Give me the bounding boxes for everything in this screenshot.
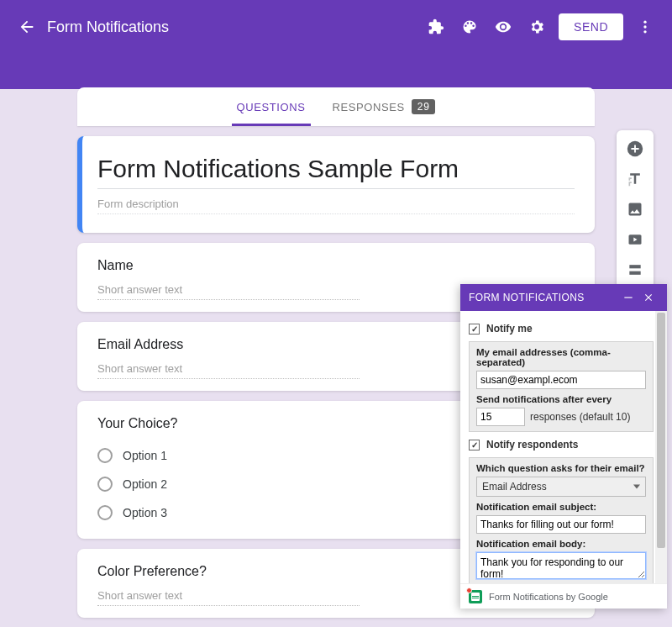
after-count-input[interactable] — [476, 408, 525, 426]
add-title-icon[interactable] — [620, 166, 650, 192]
svg-point-2 — [643, 30, 646, 33]
subheader — [0, 54, 672, 89]
notification-dot-icon — [466, 587, 472, 593]
minimize-icon[interactable] — [618, 287, 638, 308]
addon-panel: FORM NOTIFICATIONS ✓ Notify me My email … — [460, 284, 667, 609]
radio-icon — [97, 448, 113, 463]
palette-icon[interactable] — [453, 10, 486, 44]
add-video-icon[interactable] — [620, 226, 650, 253]
addon-footer-label: Form Notifications by Google — [489, 592, 608, 602]
tab-questions-label: QUESTIONS — [237, 101, 306, 113]
which-question-label: Which question asks for their email? — [476, 463, 646, 473]
svg-rect-6 — [629, 271, 640, 275]
add-section-icon[interactable] — [620, 256, 650, 283]
checkbox-checked-icon: ✓ — [469, 440, 480, 450]
after-suffix: responses (default 10) — [530, 411, 630, 423]
body-label: Notification email body: — [476, 539, 646, 549]
more-icon[interactable] — [628, 10, 662, 44]
subject-label: Notification email subject: — [476, 502, 646, 512]
emails-input[interactable] — [476, 371, 646, 389]
after-label: Send notifications after every — [476, 394, 646, 404]
radio-option-label: Option 1 — [123, 449, 167, 462]
addon-body: ✓ Notify me My email addresses (comma-se… — [460, 311, 667, 583]
radio-option-label: Option 3 — [123, 506, 167, 519]
addons-icon[interactable] — [419, 10, 453, 44]
scrollbar[interactable] — [655, 311, 667, 583]
body-textarea[interactable] — [476, 552, 646, 579]
sheets-badge — [469, 590, 482, 603]
preview-icon[interactable] — [486, 10, 520, 44]
svg-rect-5 — [629, 265, 640, 268]
question-toolbar — [617, 130, 654, 288]
notify-respondents-checkbox[interactable]: ✓ Notify respondents — [469, 435, 654, 454]
appbar: Form Notifications SEND — [0, 0, 672, 54]
short-answer-placeholder: Short answer text — [97, 362, 360, 379]
short-answer-placeholder: Short answer text — [97, 589, 360, 606]
add-image-icon[interactable] — [620, 196, 650, 223]
svg-point-0 — [643, 21, 646, 24]
settings-icon[interactable] — [520, 10, 554, 44]
which-question-select[interactable]: Email Address — [476, 477, 646, 497]
scrollbar-thumb[interactable] — [657, 313, 665, 548]
tab-responses[interactable]: RESPONSES 29 — [333, 87, 436, 126]
radio-icon — [97, 505, 113, 520]
notify-me-group: My email addresses (comma-separated) Sen… — [469, 341, 654, 432]
form-title-card[interactable]: Form Notifications Sample Form Form desc… — [77, 136, 595, 233]
tab-responses-label: RESPONSES — [333, 101, 405, 113]
send-button[interactable]: SEND — [559, 13, 623, 40]
addon-title: FORM NOTIFICATIONS — [469, 292, 585, 303]
responses-count-badge: 29 — [412, 99, 436, 114]
radio-option-label: Option 2 — [123, 477, 167, 491]
radio-icon — [97, 477, 113, 492]
which-question-value: Email Address — [482, 481, 547, 493]
notify-me-checkbox[interactable]: ✓ Notify me — [469, 319, 654, 338]
short-answer-placeholder: Short answer text — [97, 283, 360, 300]
app-title: Form Notifications — [47, 18, 169, 36]
form-title[interactable]: Form Notifications Sample Form — [97, 155, 575, 189]
tabs-bar: QUESTIONS RESPONSES 29 — [77, 87, 595, 126]
addon-footer: Form Notifications by Google — [460, 583, 667, 609]
question-title[interactable]: Name — [97, 258, 575, 273]
notify-respondents-label: Notify respondents — [486, 439, 578, 450]
close-icon[interactable] — [638, 287, 659, 308]
notify-respondents-group: Which question asks for their email? Ema… — [469, 457, 654, 583]
back-button[interactable] — [10, 10, 44, 44]
form-description[interactable]: Form description — [97, 189, 575, 214]
svg-rect-7 — [624, 297, 632, 298]
tab-questions[interactable]: QUESTIONS — [237, 87, 306, 126]
checkbox-checked-icon: ✓ — [469, 324, 480, 335]
subject-input[interactable] — [476, 515, 646, 534]
emails-label: My email addresses (comma-separated) — [476, 347, 646, 367]
add-question-icon[interactable] — [620, 135, 650, 162]
svg-point-1 — [643, 25, 646, 28]
notify-me-label: Notify me — [486, 323, 533, 335]
addon-header: FORM NOTIFICATIONS — [460, 284, 667, 311]
